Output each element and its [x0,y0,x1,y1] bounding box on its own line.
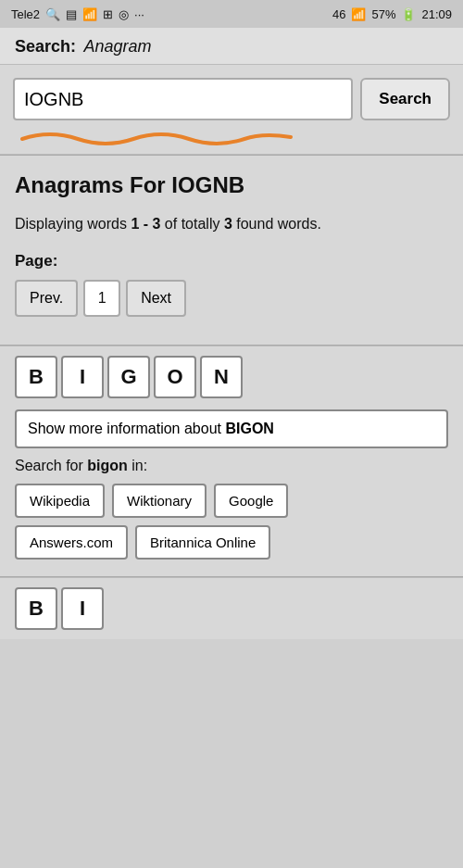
wifi-icon: ▤ [66,7,77,21]
search-button[interactable]: Search [360,78,450,120]
title-value: Anagram [84,37,152,56]
wikipedia-button[interactable]: Wikipedia [15,484,105,518]
search-in-label: Search for bigon in: [15,458,448,474]
display-text-1: Displaying words [15,216,131,232]
status-right: 46 📶 57% 🔋 21:09 [332,7,452,21]
ext-links-row-1: Wikipedia Wiktionary Google [15,484,448,518]
letter-tile-g: G [107,356,150,398]
wiktionary-button[interactable]: Wiktionary [112,484,206,518]
content-area: Anagrams For IOGNB Displaying words 1 - … [0,156,463,345]
time-display: 21:09 [421,7,452,21]
britannica-button[interactable]: Britannica Online [135,525,270,560]
status-bar: Tele2 🔍 ▤ 📶 ⊞ ◎ ··· 46 📶 57% 🔋 21:09 [0,0,463,28]
info-btn-word: BIGON [225,421,273,436]
status-left: Tele2 🔍 ▤ 📶 ⊞ ◎ ··· [11,7,144,21]
battery-text: 57% [371,7,395,21]
anagram-title: Anagrams For IOGNB [15,172,448,198]
answers-button[interactable]: Answers.com [15,525,128,560]
next-tile-2: I [61,587,104,630]
next-tile-1: B [15,587,57,630]
title-label: Search: [15,37,76,56]
battery-icon: 🔋 [401,7,416,21]
next-result-hint: B I [0,577,463,639]
grid-icon: ⊞ [103,7,113,21]
ext-links-row-2: Answers.com Britannica Online [15,525,448,560]
letter-tile-b: B [15,356,57,398]
letter-tile-n: N [200,356,243,398]
search-in-text-2: in: [128,458,147,473]
page-number: 1 [83,280,120,317]
circle-icon: ◎ [119,7,129,21]
next-button[interactable]: Next [126,280,186,317]
search-in-word: bigon [87,458,128,473]
pagination: Prev. 1 Next [15,280,448,317]
signal-strength: 46 [332,7,345,21]
search-row: Search [13,78,450,120]
title-bar: Search: Anagram [0,28,463,65]
rss-icon: 📶 [82,7,97,21]
dots-icon: ··· [134,7,144,21]
result-section: B I G O N Show more information about BI… [0,346,463,576]
letter-tiles: B I G O N [15,356,448,398]
letter-tile-o: O [154,356,196,398]
search-in-text-1: Search for [15,458,87,473]
search-icon: 🔍 [45,7,60,21]
carrier-text: Tele2 [11,7,40,21]
display-text-3: found words. [232,216,321,232]
info-btn-text: Show more information about [28,421,225,436]
page-label: Page: [15,252,448,270]
signal-icon: 📶 [351,7,366,21]
displaying-text: Displaying words 1 - 3 of totally 3 foun… [15,213,448,235]
squiggle-decoration [13,128,291,145]
display-text-2: of totally [160,216,223,232]
show-info-button[interactable]: Show more information about BIGON [15,409,448,448]
prev-button[interactable]: Prev. [15,280,78,317]
google-button[interactable]: Google [214,484,288,518]
letter-tile-i: I [61,356,104,398]
search-input[interactable] [13,78,353,120]
display-range: 1 - 3 [131,216,160,232]
search-area: Search [0,65,463,155]
display-total: 3 [224,216,232,232]
